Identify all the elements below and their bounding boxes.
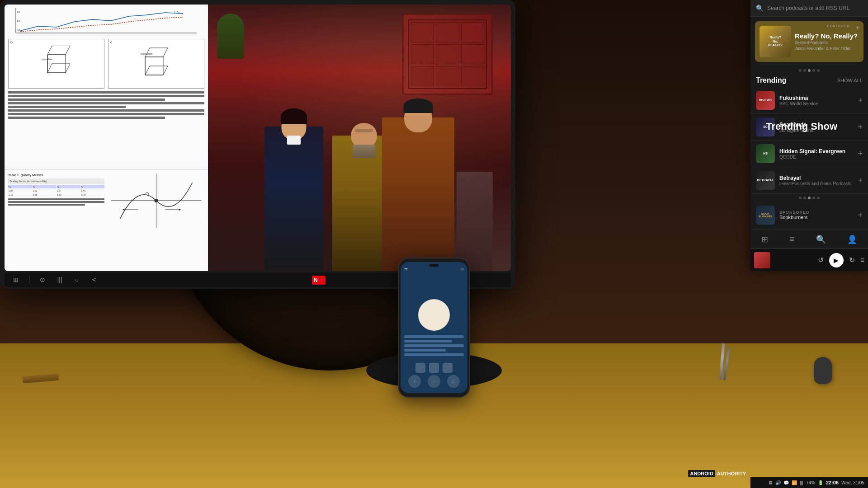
nav-user-icon[interactable]: 👤 [847, 235, 857, 244]
featured-badge: FEATURED [827, 24, 850, 28]
play-button[interactable]: ▶ [829, 253, 844, 267]
phone-frame: 📷 ⚙ ⟨ ○ □ [398, 258, 470, 398]
podcast-item-hidden-signal[interactable]: HS Hidden Signal: Evergreen QCODE + [750, 141, 868, 167]
video-content [208, 5, 511, 271]
trending-show-label: Trending Show [766, 121, 837, 132]
taskbar-home-icon[interactable]: ○ [73, 276, 81, 284]
search-placeholder: Search podcasts or add RSS URL [767, 5, 863, 11]
phone-nav-recent[interactable]: □ [447, 375, 460, 388]
research-panel: T(K) 1.5 1.0 0.5 b [5, 5, 208, 271]
bookburners-icon: BOOK BURNERS [756, 206, 775, 225]
phone-device: 📷 ⚙ ⟨ ○ □ [398, 258, 470, 398]
dot-3[interactable] [808, 69, 811, 72]
phone-app-icon-1[interactable] [415, 363, 425, 373]
betrayal-network: iHeartPodcasts and Glass Podcasts [779, 181, 853, 186]
phone-stripes [401, 335, 467, 356]
nav-grid-icon[interactable]: ⊞ [761, 235, 768, 244]
hidden-signal-network: QCODE [779, 155, 853, 160]
dot-2[interactable] [803, 69, 806, 72]
diagram-label-c: c [110, 40, 112, 44]
podcast-item-fukushima[interactable]: BBC WS Fukushima BBC World Service + [750, 87, 868, 114]
phone-nav-home[interactable]: ○ [428, 375, 440, 388]
tdot-4[interactable] [812, 197, 815, 199]
betrayal-name: Betrayal [779, 175, 853, 181]
signal-bars: ||| [800, 480, 803, 485]
watermark: ANDROID AUTHORITY [688, 470, 746, 477]
dot-4[interactable] [812, 69, 815, 72]
scamanda-add-btn[interactable]: + [858, 122, 863, 132]
screen-icon: 🖥 [768, 480, 773, 485]
search-bar[interactable]: 🔍 Search podcasts or add RSS URL [750, 0, 868, 17]
char-jerry-body [382, 117, 454, 271]
betrayal-icon: BETRAYAL [756, 171, 775, 190]
tdot-5[interactable] [817, 197, 820, 199]
graph-section: → [108, 174, 204, 267]
dot-5[interactable] [817, 69, 820, 72]
betrayal-info: Betrayal iHeartPodcasts and Glass Podcas… [779, 175, 853, 186]
rewind-button[interactable]: ↺ [818, 256, 824, 264]
taskbar-grid-icon[interactable]: ⊞ [12, 276, 20, 284]
video-panel [208, 5, 511, 271]
hidden-signal-icon: HS [756, 144, 775, 163]
dot-1[interactable] [799, 69, 802, 72]
svg-marker-24 [123, 209, 125, 211]
betrayal-add-btn[interactable]: + [858, 176, 863, 185]
trending-header: Trending SHOW ALL [750, 75, 868, 87]
taskbar-back-icon[interactable]: < [90, 276, 98, 284]
svg-point-19 [155, 199, 158, 202]
featured-info: Really? No, Really? #iHeartPodcasts Jaso… [795, 26, 859, 57]
tdot-3[interactable] [808, 197, 811, 199]
sponsored-info: SPONSORED Bookburners [779, 210, 853, 220]
svg-text:0.5: 0.5 [17, 28, 20, 31]
fukushima-add-btn[interactable]: + [858, 96, 863, 105]
hidden-signal-add-btn[interactable]: + [858, 149, 863, 159]
featured-card[interactable]: FEATURED + Really?No,REALLY? Really? No,… [755, 21, 863, 62]
svg-text:crystallize: crystallize [41, 58, 53, 61]
sponsored-item[interactable]: BOOK BURNERS SPONSORED Bookburners + [750, 202, 868, 228]
phone-screen: 📷 ⚙ ⟨ ○ □ [401, 262, 467, 393]
research-text [8, 91, 204, 119]
diagram-c: c crystallize [108, 39, 204, 89]
phone-app-icon-3[interactable] [443, 363, 453, 373]
menu-button[interactable]: ≡ [860, 256, 864, 264]
tdot-1[interactable] [799, 197, 802, 199]
hidden-signal-info: Hidden Signal: Evergreen QCODE [779, 148, 853, 160]
taskbar-search-icon[interactable]: ⊙ [38, 276, 47, 284]
nav-filter-icon[interactable]: ≡ [789, 235, 794, 244]
phone-notch [429, 264, 439, 267]
forward-button[interactable]: ↻ [849, 256, 855, 264]
svg-marker-6 [47, 64, 70, 73]
time-display: 22:06 [826, 480, 839, 485]
hidden-signal-name: Hidden Signal: Evergreen [779, 148, 853, 155]
nav-search-icon[interactable]: 🔍 [816, 235, 826, 244]
svg-text:1.5: 1.5 [17, 10, 20, 13]
trending-dots [750, 194, 868, 202]
fukushima-name: Fukushima [779, 95, 853, 101]
featured-add-btn[interactable]: + [856, 24, 860, 32]
svg-text:crystallize: crystallize [141, 52, 153, 55]
wifi-icon: 📶 [792, 480, 797, 485]
research-chart: T(K) 1.5 1.0 0.5 [8, 8, 204, 35]
svg-text:→: → [181, 208, 184, 211]
table-section: Table 1. Quality Metrics Scaling factor … [8, 174, 104, 267]
char-elaine-body [264, 127, 323, 271]
watermark-android: ANDROID [688, 470, 715, 477]
podcast-item-betrayal[interactable]: BETRAYAL Betrayal iHeartPodcasts and Gla… [750, 167, 868, 194]
phone-nav-back[interactable]: ⟨ [408, 375, 421, 388]
player-thumbnail [754, 252, 770, 268]
phone-app-icon-2[interactable] [429, 363, 439, 373]
show-all-link[interactable]: SHOW ALL [837, 78, 863, 83]
tdot-2[interactable] [803, 197, 806, 199]
bottom-nav: ⊞ ≡ 🔍 👤 [750, 230, 868, 249]
research-top: T(K) 1.5 1.0 0.5 b [5, 5, 208, 170]
taskbar-divider [29, 276, 29, 284]
sponsored-badge-text: SPONSORED [779, 210, 853, 215]
taskbar-multiview-icon[interactable]: ||| [56, 276, 64, 284]
trending-title: Trending [756, 76, 787, 84]
featured-title: Really? No, Really? [795, 32, 859, 40]
iheart-panel: 🔍 Search podcasts or add RSS URL FEATURE… [750, 0, 868, 271]
date-display: Wed, 31/05 [841, 480, 864, 485]
sponsored-add-btn[interactable]: + [858, 211, 863, 220]
player-bar: ↺ ▶ ↻ ≡ [750, 249, 868, 271]
volume-icon: 🔊 [775, 480, 781, 485]
